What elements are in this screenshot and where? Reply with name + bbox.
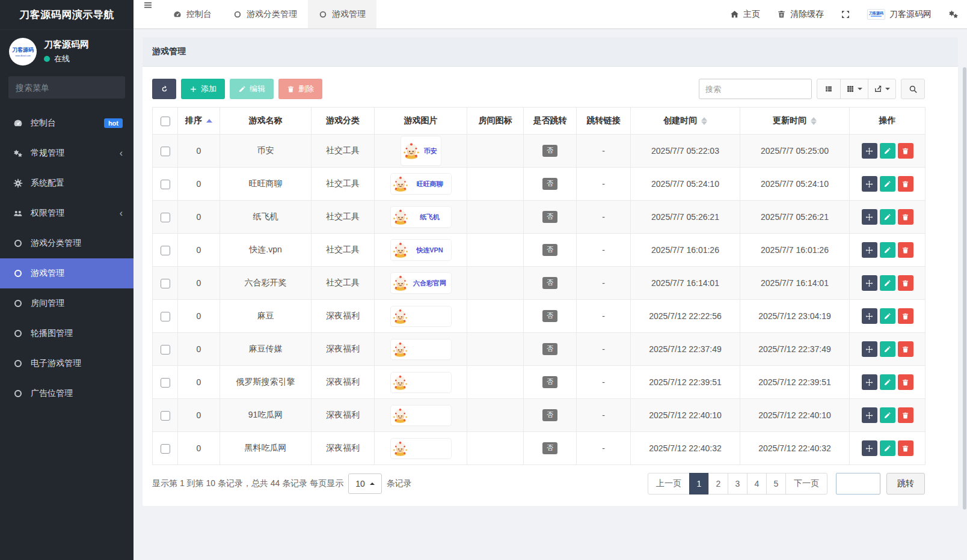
column-header-更新时间[interactable]: 更新时间 (740, 108, 850, 135)
select-all-checkbox[interactable] (161, 117, 170, 126)
column-header-排序[interactable]: 排序 (178, 108, 220, 135)
sidebar-item-广告位管理[interactable]: 广告位管理 (0, 379, 134, 409)
sidebar-item-电子游戏管理[interactable]: 电子游戏管理 (0, 348, 134, 379)
row-drag-button[interactable] (862, 440, 877, 456)
row-drag-button[interactable] (862, 407, 877, 423)
page-size-dropdown[interactable]: 10 (348, 473, 382, 494)
row-drag-button[interactable] (862, 275, 877, 291)
row-edit-button[interactable] (880, 176, 895, 192)
row-delete-button[interactable] (898, 209, 913, 225)
row-delete-button[interactable] (898, 341, 913, 357)
clear-cache-link[interactable]: 清除缓存 (769, 0, 832, 28)
row-delete-button[interactable] (898, 308, 913, 324)
hamburger-menu-icon[interactable] (134, 0, 162, 10)
sidebar-item-游戏管理[interactable]: 游戏管理 (0, 258, 134, 288)
sidebar-search-input[interactable] (16, 83, 124, 93)
columns-button[interactable] (840, 79, 868, 99)
sort-cell: 0 (178, 234, 220, 267)
sidebar-item-轮播图管理[interactable]: 轮播图管理 (0, 318, 134, 348)
settings-button[interactable] (940, 0, 967, 28)
delete-button[interactable]: 删除 (278, 79, 322, 99)
home-link[interactable]: 主页 (722, 0, 769, 28)
row-delete-button[interactable] (898, 275, 913, 291)
page-jump-button[interactable]: 跳转 (886, 473, 925, 495)
refresh-button[interactable] (152, 79, 176, 99)
row-delete-button[interactable] (898, 407, 913, 423)
search-button[interactable] (901, 79, 925, 99)
page-button-5[interactable]: 5 (766, 473, 786, 495)
page-button-1[interactable]: 1 (689, 473, 709, 495)
next-page-button[interactable]: 下一页 (785, 473, 827, 495)
game-image[interactable] (391, 306, 451, 326)
row-edit-button[interactable] (880, 440, 895, 456)
site-name-label: 刀客源码网 (889, 9, 932, 20)
page-button-3[interactable]: 3 (728, 473, 748, 495)
row-checkbox[interactable] (161, 378, 170, 388)
game-image[interactable] (391, 406, 451, 425)
row-edit-button[interactable] (880, 308, 895, 324)
sidebar-item-系统配置[interactable]: 系统配置 (0, 168, 134, 198)
row-delete-button[interactable] (898, 440, 913, 456)
page-button-4[interactable]: 4 (747, 473, 767, 495)
tab-游戏分类管理[interactable]: 游戏分类管理 (223, 0, 308, 28)
row-edit-button[interactable] (880, 242, 895, 258)
sidebar-item-权限管理[interactable]: 权限管理‹ (0, 198, 134, 228)
row-checkbox[interactable] (161, 312, 170, 321)
row-edit-button[interactable] (880, 374, 895, 390)
row-delete-button[interactable] (898, 242, 913, 258)
row-drag-button[interactable] (862, 242, 877, 258)
export-button[interactable] (868, 79, 896, 99)
row-drag-button[interactable] (862, 374, 877, 390)
row-edit-button[interactable] (880, 407, 895, 423)
row-edit-button[interactable] (880, 209, 895, 225)
row-delete-button[interactable] (898, 374, 913, 390)
scrollbar[interactable] (963, 67, 966, 510)
row-delete-button[interactable] (898, 176, 913, 192)
fullscreen-button[interactable] (832, 0, 859, 28)
table-search-input[interactable] (699, 79, 812, 99)
add-button[interactable]: 添加 (181, 79, 225, 99)
site-home-link[interactable]: 刀客源码 刀客源码网 (859, 0, 940, 28)
page-button-2[interactable]: 2 (708, 473, 728, 495)
sidebar-item-常规管理[interactable]: 常规管理‹ (0, 138, 134, 168)
row-checkbox[interactable] (161, 345, 170, 355)
detail-view-button[interactable] (817, 79, 841, 99)
jump-cell: 否 (524, 300, 577, 333)
game-image[interactable]: 旺旺商聊 (391, 174, 451, 194)
game-image-cell (375, 300, 467, 333)
game-image[interactable]: 快连VPN (391, 240, 451, 260)
row-checkbox[interactable] (161, 180, 170, 189)
row-drag-button[interactable] (862, 176, 877, 192)
sidebar-item-游戏分类管理[interactable]: 游戏分类管理 (0, 228, 134, 258)
trash-icon (901, 445, 909, 452)
prev-page-button[interactable]: 上一页 (648, 473, 690, 495)
page-jump-input[interactable] (836, 473, 880, 495)
row-checkbox[interactable] (161, 246, 170, 255)
sidebar-item-房间管理[interactable]: 房间管理 (0, 288, 134, 318)
game-image[interactable]: 币安 (401, 136, 441, 165)
row-delete-button[interactable] (898, 143, 913, 159)
game-image[interactable]: 纸飞机 (391, 207, 451, 227)
row-edit-button[interactable] (880, 341, 895, 357)
row-checkbox[interactable] (161, 213, 170, 222)
row-checkbox[interactable] (161, 147, 170, 156)
tab-游戏管理[interactable]: 游戏管理 (308, 0, 376, 28)
row-drag-button[interactable] (862, 341, 877, 357)
game-image[interactable] (391, 339, 451, 359)
game-image[interactable] (391, 373, 451, 392)
row-checkbox[interactable] (161, 411, 170, 421)
row-checkbox[interactable] (161, 279, 170, 288)
row-drag-button[interactable] (862, 308, 877, 324)
sidebar-item-控制台[interactable]: 控制台hot (0, 108, 134, 138)
game-image[interactable]: 六合彩官网 (391, 273, 451, 293)
mascot-icon (392, 242, 409, 258)
tab-控制台[interactable]: 控制台 (162, 0, 223, 28)
row-drag-button[interactable] (862, 209, 877, 225)
row-edit-button[interactable] (880, 143, 895, 159)
row-checkbox[interactable] (161, 444, 170, 454)
row-edit-button[interactable] (880, 275, 895, 291)
row-drag-button[interactable] (862, 143, 877, 159)
edit-button[interactable]: 编辑 (230, 79, 274, 99)
game-image[interactable] (391, 439, 451, 458)
column-header-创建时间[interactable]: 创建时间 (631, 108, 740, 135)
